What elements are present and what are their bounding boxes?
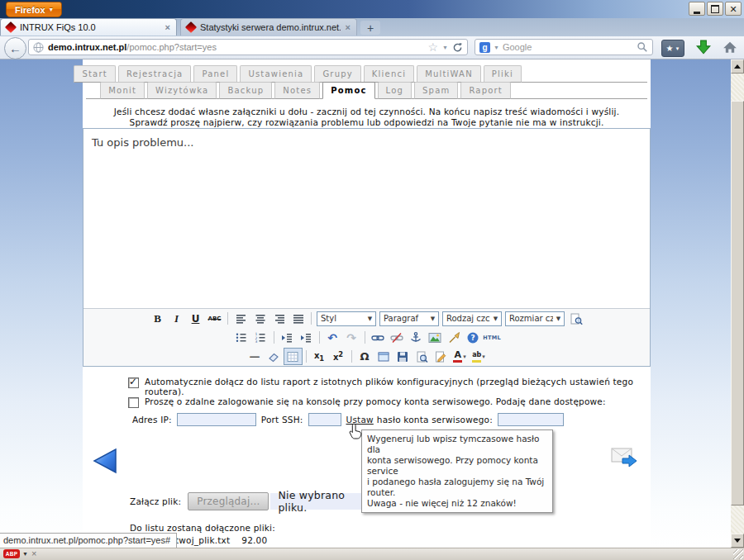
firefox-menu-button[interactable]: Firefox ▾ bbox=[6, 2, 62, 17]
eraser-icon[interactable] bbox=[265, 348, 284, 365]
underline-icon[interactable]: U bbox=[186, 310, 205, 327]
cleanup-icon[interactable] bbox=[445, 329, 464, 346]
indent-icon[interactable] bbox=[297, 329, 316, 346]
link-icon[interactable] bbox=[369, 329, 388, 346]
maximize-button[interactable] bbox=[707, 2, 723, 16]
page-tab-multiwan[interactable]: MultiWAN bbox=[417, 65, 481, 83]
page-tab-ustawienia[interactable]: Ustawienia bbox=[240, 65, 312, 83]
vertical-scrollbar[interactable] bbox=[731, 59, 744, 548]
page-tab-pomoc[interactable]: Pomoc bbox=[322, 82, 374, 99]
unlink-icon[interactable] bbox=[388, 329, 407, 346]
editor-select-paragraf[interactable]: Paragraf▼ bbox=[379, 311, 439, 326]
remote-login-checkbox[interactable] bbox=[128, 397, 139, 408]
page-tab-log[interactable]: Log bbox=[378, 82, 412, 99]
redo-icon[interactable]: ↷ bbox=[342, 329, 361, 346]
anchor-icon[interactable] bbox=[407, 329, 426, 346]
save-icon[interactable] bbox=[393, 348, 413, 365]
guidelines-icon[interactable] bbox=[284, 348, 303, 365]
bold-icon[interactable]: B bbox=[148, 310, 167, 327]
chevron-down-icon[interactable]: ▼ bbox=[442, 45, 448, 50]
outdent-icon[interactable] bbox=[278, 329, 297, 346]
ip-input[interactable] bbox=[177, 413, 256, 426]
editor-select-styl[interactable]: Styl▼ bbox=[317, 311, 376, 326]
editor-select-rodzaj-czcionk[interactable]: Rodzaj czcionk▼ bbox=[442, 311, 502, 326]
resize-grip[interactable] bbox=[733, 549, 743, 559]
align-justify-icon[interactable] bbox=[289, 310, 308, 327]
auto-report-checkbox[interactable] bbox=[128, 377, 139, 388]
subscript-icon[interactable]: x1 bbox=[310, 348, 329, 365]
back-button[interactable]: ← bbox=[4, 37, 26, 59]
adblock-plus-button[interactable]: ABP ▼ bbox=[3, 549, 28, 558]
help-icon[interactable]: ? bbox=[464, 329, 483, 346]
align-center-icon[interactable] bbox=[250, 310, 269, 327]
ssh-port-input[interactable] bbox=[308, 413, 341, 426]
browser-tab-inactive[interactable]: Statystyki serwera demo.intrux.net.pl × bbox=[180, 18, 357, 36]
toolbar-separator bbox=[311, 312, 312, 325]
scrollbar-thumb[interactable] bbox=[731, 101, 744, 505]
search-input[interactable]: Google bbox=[503, 42, 633, 52]
page-tab-grupy[interactable]: Grupy bbox=[314, 65, 360, 83]
strikethrough-icon[interactable]: ABC bbox=[205, 310, 224, 327]
fullscreen-icon[interactable] bbox=[374, 348, 393, 365]
page-tab-notes[interactable]: Notes bbox=[274, 82, 320, 99]
tooltip-line: i podanego hasła zalogujemy się na Twój … bbox=[367, 477, 547, 498]
intrux-favicon-icon bbox=[185, 21, 197, 33]
bookmarks-panel-button[interactable]: ★▼ bbox=[661, 40, 684, 57]
undo-icon[interactable]: ↶ bbox=[323, 329, 342, 346]
password-input[interactable] bbox=[498, 413, 564, 426]
italic-icon[interactable]: I bbox=[167, 310, 186, 327]
ssh-label: Port SSH: bbox=[261, 415, 303, 425]
page-tab-panel[interactable]: Panel bbox=[193, 65, 237, 83]
addon-bar-close-button[interactable]: × bbox=[31, 548, 36, 558]
image-icon[interactable] bbox=[426, 329, 445, 346]
tab-close-icon[interactable]: × bbox=[346, 22, 351, 32]
backcolor-icon[interactable]: ab▾ bbox=[470, 348, 489, 365]
url-bar[interactable]: demo.intrux.net.pl/pomoc.php?start=yes ☆… bbox=[28, 39, 468, 55]
search-replace-icon[interactable] bbox=[413, 348, 432, 365]
forecolor-icon[interactable]: A▾ bbox=[451, 348, 470, 365]
html-icon[interactable]: HTML bbox=[483, 329, 502, 346]
search-magnifier-icon[interactable] bbox=[637, 41, 648, 53]
link-preview-status: demo.intrux.net.pl/pomoc.php?start=yes# bbox=[0, 533, 177, 548]
page-back-button[interactable] bbox=[93, 448, 117, 477]
browser-tab-active[interactable]: INTRUX FiQs 10.0 × bbox=[0, 18, 177, 36]
page-tab-start[interactable]: Start bbox=[74, 65, 115, 83]
chevron-down-icon[interactable]: ▼ bbox=[494, 45, 499, 50]
send-message-button[interactable] bbox=[611, 446, 637, 472]
globe-icon bbox=[33, 42, 44, 53]
page-tab-rejestracja[interactable]: Rejestracja bbox=[118, 65, 192, 83]
charmap-icon[interactable]: Ω bbox=[355, 348, 374, 365]
scroll-down-button[interactable] bbox=[731, 534, 744, 548]
hr-icon[interactable]: — bbox=[246, 348, 265, 365]
browse-button[interactable]: Przeglądaj... bbox=[188, 492, 269, 510]
page-tab-pliki[interactable]: Pliki bbox=[484, 65, 522, 83]
superscript-icon[interactable]: x2 bbox=[329, 348, 348, 365]
page-tab-backup[interactable]: Backup bbox=[219, 82, 272, 99]
list-number-icon[interactable]: 123 bbox=[251, 329, 270, 346]
page-tab-monit[interactable]: Monit bbox=[100, 82, 145, 99]
page-tab-klienci[interactable]: Klienci bbox=[364, 65, 414, 83]
url-text[interactable]: demo.intrux.net.pl/pomoc.php?start=yes bbox=[48, 42, 424, 52]
close-button[interactable]: ✕ bbox=[725, 2, 742, 16]
editor-textarea[interactable]: Tu opis problemu... bbox=[83, 129, 650, 309]
align-right-icon[interactable] bbox=[269, 310, 289, 327]
download-button[interactable] bbox=[696, 40, 711, 59]
home-button[interactable] bbox=[723, 40, 737, 58]
search-box[interactable]: g ▼ Google bbox=[475, 39, 653, 55]
scroll-up-button[interactable] bbox=[731, 59, 744, 74]
editor-select-rozmiar-czcion[interactable]: Rozmiar czcion▼ bbox=[505, 311, 565, 326]
edit-doc-icon[interactable] bbox=[432, 348, 451, 365]
page-tab-spam[interactable]: Spam bbox=[414, 82, 458, 99]
preview-icon[interactable] bbox=[566, 310, 585, 327]
bookmark-star-icon[interactable]: ☆ bbox=[428, 40, 439, 54]
minimize-button[interactable] bbox=[689, 2, 705, 16]
page-tab-wizytówka[interactable]: Wizytówka bbox=[147, 82, 217, 99]
align-left-icon[interactable] bbox=[231, 310, 250, 327]
page-tab-raport[interactable]: Raport bbox=[460, 82, 511, 99]
list-bullet-icon[interactable] bbox=[232, 329, 251, 346]
new-tab-button[interactable]: + bbox=[360, 21, 380, 35]
reload-icon[interactable] bbox=[452, 42, 463, 53]
triangle-down-icon bbox=[734, 539, 741, 543]
chevron-down-icon: ▼ bbox=[490, 316, 501, 322]
tab-close-icon[interactable]: × bbox=[165, 22, 170, 32]
